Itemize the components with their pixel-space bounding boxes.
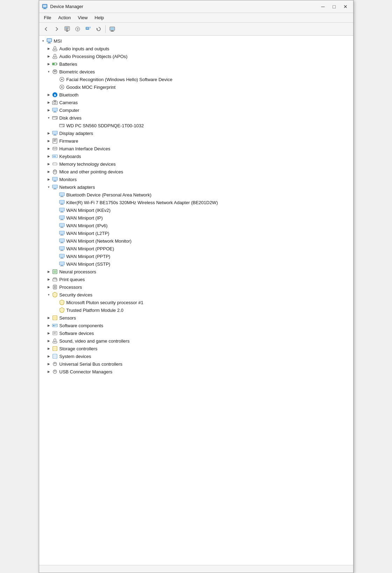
toggle-icon[interactable]: ▶ xyxy=(46,177,52,182)
toggle-icon[interactable]: ▶ xyxy=(46,153,52,159)
list-item[interactable]: ▾ Security devices xyxy=(39,291,353,299)
toggle-icon[interactable]: ▶ xyxy=(46,277,52,282)
root-toggle[interactable]: ▾ xyxy=(41,38,46,44)
list-item[interactable]: ▶ Human Interface Devices xyxy=(39,145,353,152)
list-item[interactable]: ▶ Audio inputs and outputs xyxy=(39,45,353,52)
svg-rect-66 xyxy=(54,149,56,149)
menu-help[interactable]: Help xyxy=(91,14,108,22)
update-driver-button[interactable]: ▤ xyxy=(83,24,93,34)
list-item[interactable]: ▶ WAN Miniport (Network Monitor) xyxy=(39,237,353,245)
toggle-icon[interactable]: ▶ xyxy=(46,353,52,359)
back-button[interactable] xyxy=(41,24,51,34)
list-item[interactable]: ▶ Batteries xyxy=(39,60,353,68)
list-item[interactable]: ▶ Firmware xyxy=(39,137,353,145)
list-item[interactable]: ▶ Mice and other pointing devices xyxy=(39,168,353,176)
list-item[interactable]: ▶ Storage controllers xyxy=(39,345,353,352)
svg-point-42 xyxy=(54,102,56,104)
list-item[interactable]: ▶ Neural processors xyxy=(39,268,353,275)
maximize-button[interactable]: □ xyxy=(329,2,339,11)
minimize-button[interactable]: ─ xyxy=(318,2,328,11)
neural-icon xyxy=(52,268,58,275)
list-item[interactable]: ▶ Killer(R) Wi-Fi 7 BE1750s 320MHz Wirel… xyxy=(39,199,353,206)
toggle-icon[interactable]: ▶ xyxy=(46,146,52,151)
toggle-icon[interactable]: ▾ xyxy=(46,115,52,121)
properties-button[interactable] xyxy=(62,24,72,34)
window-controls: ─ □ ✕ xyxy=(318,2,350,11)
device-tree[interactable]: ▾ MSI ▶ Audio inputs and xyxy=(39,36,353,565)
list-item[interactable]: ▶ WAN Miniport (SSTP) xyxy=(39,260,353,268)
list-item[interactable]: ▶ Processors xyxy=(39,283,353,291)
toggle-icon[interactable]: ▶ xyxy=(46,315,52,321)
svg-rect-145 xyxy=(55,325,57,325)
list-item[interactable]: ▶ Trusted Platform Module 2.0 xyxy=(39,306,353,314)
toggle-icon[interactable]: ▾ xyxy=(46,184,52,190)
list-item[interactable]: ▶ WAN Miniport (PPPOE) xyxy=(39,245,353,252)
list-item[interactable]: ▶ Bluetooth Device (Personal Area Networ… xyxy=(39,191,353,199)
toggle-icon[interactable]: ▶ xyxy=(46,107,52,113)
display-button[interactable] xyxy=(107,24,117,34)
list-item[interactable]: ▶ Goodix MOC Fingerprint xyxy=(39,83,353,91)
list-item[interactable]: ▶ Display adapters xyxy=(39,129,353,137)
menu-action[interactable]: Action xyxy=(55,14,74,22)
list-item[interactable]: ▶ System devices xyxy=(39,352,353,360)
list-item[interactable]: ▶ WAN Miniport (IP) xyxy=(39,214,353,222)
toggle-icon[interactable]: ▶ xyxy=(46,330,52,336)
list-item[interactable]: ▶ ʙ Bluetooth xyxy=(39,91,353,99)
list-item[interactable]: ▶ Sensors xyxy=(39,314,353,322)
tree-root[interactable]: ▾ MSI xyxy=(39,37,353,45)
toggle-icon[interactable]: ▶ xyxy=(46,138,52,144)
list-item[interactable]: ▶ Cameras xyxy=(39,99,353,106)
list-item[interactable]: ▶ Monitors xyxy=(39,176,353,183)
toggle-icon[interactable]: ▶ xyxy=(46,323,52,328)
toggle-icon[interactable]: ▶ xyxy=(46,369,52,374)
toggle-icon[interactable]: ▶ xyxy=(46,53,52,59)
item-label: WAN Miniport (Network Monitor) xyxy=(66,238,132,244)
network-device-icon xyxy=(59,215,65,221)
list-item[interactable]: ▾ Disk drives xyxy=(39,114,353,122)
toggle-icon[interactable]: ▶ xyxy=(46,284,52,290)
toggle-icon[interactable]: ▶ xyxy=(46,61,52,67)
toggle-icon[interactable]: ▶ xyxy=(46,130,52,136)
list-item[interactable]: ▶ Print queues xyxy=(39,275,353,283)
svg-rect-105 xyxy=(61,227,63,228)
toggle-icon[interactable]: ▶ xyxy=(46,361,52,367)
refresh-button[interactable] xyxy=(94,24,104,34)
list-item[interactable]: ▶ Audio Processing Objects (APOs) xyxy=(39,52,353,60)
close-button[interactable]: ✕ xyxy=(341,2,350,11)
item-label: Biometric devices xyxy=(59,69,95,74)
list-item[interactable]: ▾ Network adapters xyxy=(39,183,353,191)
list-item[interactable]: ▶ Facial Recognition (Windows Hello) Sof… xyxy=(39,76,353,83)
list-item[interactable]: ▶ WAN Miniport (L2TP) xyxy=(39,229,353,237)
list-item[interactable]: ▶ Software devices xyxy=(39,329,353,337)
toggle-icon[interactable]: ▶ xyxy=(46,100,52,105)
help-button[interactable]: ? xyxy=(73,24,83,34)
list-item[interactable]: ▶ Memory technology devices xyxy=(39,160,353,168)
toolbar: ? ▤ xyxy=(39,23,353,36)
toggle-icon[interactable]: ▶ xyxy=(46,338,52,344)
toggle-icon[interactable]: ▶ xyxy=(46,269,52,274)
list-item[interactable]: ▶ WAN Miniport (PPTP) xyxy=(39,252,353,260)
list-item[interactable]: ▾ Biometric devices xyxy=(39,68,353,76)
list-item[interactable]: ▶ Software components xyxy=(39,322,353,329)
toggle-icon[interactable]: ▶ xyxy=(46,346,52,351)
toggle-icon[interactable]: ▶ xyxy=(46,92,52,98)
list-item[interactable]: ▶ WD PC SN560 SDDPNQE-1T00-1032 xyxy=(39,122,353,129)
menu-file[interactable]: File xyxy=(41,14,55,22)
list-item[interactable]: ▶ Keyboards xyxy=(39,152,353,160)
toggle-icon[interactable]: ▾ xyxy=(46,69,52,74)
list-item[interactable]: ▶ WAN Miniport (IKEv2) xyxy=(39,206,353,214)
forward-button[interactable] xyxy=(52,24,62,34)
toolbar-separator xyxy=(105,25,106,33)
menu-view[interactable]: View xyxy=(74,14,91,22)
list-item[interactable]: ▶ Universal Serial Bus controllers xyxy=(39,360,353,368)
toggle-icon[interactable]: ▶ xyxy=(46,169,52,174)
list-item[interactable]: ▶ USB Connector Managers xyxy=(39,368,353,375)
list-item[interactable]: ▶ WAN Miniport (IPv6) xyxy=(39,222,353,229)
list-item[interactable]: ▶ Microsoft Pluton security processor #1 xyxy=(39,299,353,306)
toggle-icon[interactable]: ▾ xyxy=(46,292,52,298)
toggle-icon[interactable]: ▶ xyxy=(46,161,52,167)
list-item[interactable]: ▶ Computer xyxy=(39,106,353,114)
processors-icon xyxy=(52,284,58,290)
list-item[interactable]: ▶ Sound, video and game controllers xyxy=(39,337,353,345)
toggle-icon[interactable]: ▶ xyxy=(46,46,52,51)
